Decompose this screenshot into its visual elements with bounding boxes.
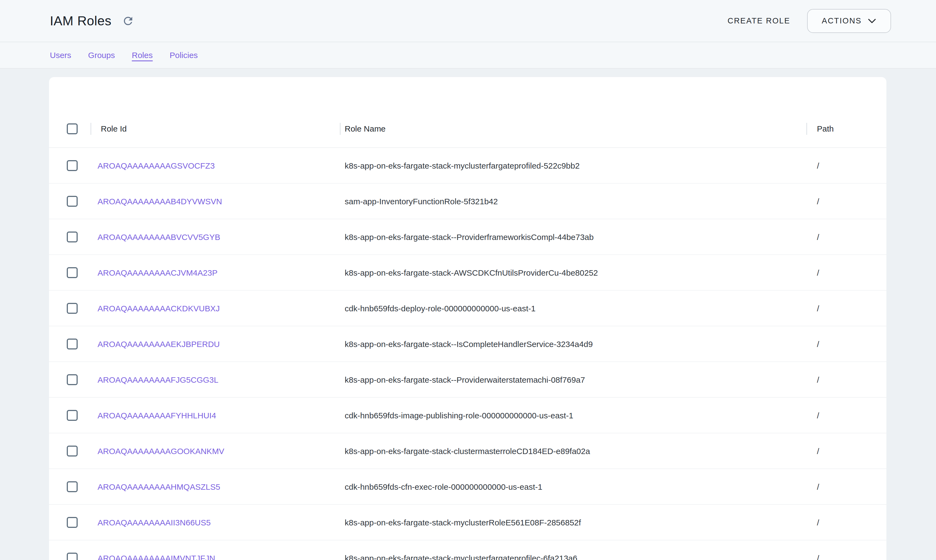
table-row: AROAQAAAAAAAABVCVV5GYBk8s-app-on-eks-far… bbox=[49, 219, 887, 255]
role-path-cell: / bbox=[817, 183, 819, 219]
table-row: AROAQAAAAAAAAGOOKANKMVk8s-app-on-eks-far… bbox=[49, 433, 887, 469]
role-path-cell: / bbox=[817, 505, 819, 540]
table-body: AROAQAAAAAAAAGSVOCFZ3k8s-app-on-eks-farg… bbox=[49, 148, 887, 560]
row-checkbox[interactable] bbox=[67, 267, 78, 278]
role-id-link[interactable]: AROAQAAAAAAAAFYHHLHUI4 bbox=[97, 398, 216, 433]
header-actions: CREATE ROLE ACTIONS bbox=[728, 9, 891, 33]
role-id-link[interactable]: AROAQAAAAAAAAIMVNTJFJN bbox=[97, 540, 215, 560]
role-name-cell: k8s-app-on-eks-fargate-stack-myclusterfa… bbox=[345, 540, 577, 560]
table-row: AROAQAAAAAAAAHMQASZLS5cdk-hnb659fds-cfn-… bbox=[49, 469, 887, 505]
iam-section-tabs: Users Groups Roles Policies bbox=[0, 42, 936, 69]
row-checkbox[interactable] bbox=[67, 338, 78, 349]
row-checkbox[interactable] bbox=[67, 410, 78, 421]
column-header-path[interactable]: Path bbox=[817, 123, 834, 134]
role-path-cell: / bbox=[817, 255, 819, 291]
role-path-cell: / bbox=[817, 362, 819, 398]
role-path-cell: / bbox=[817, 326, 819, 362]
table-row: AROAQAAAAAAAAII3N66US5k8s-app-on-eks-far… bbox=[49, 505, 887, 540]
select-all-checkbox[interactable] bbox=[67, 123, 78, 134]
tab-policies[interactable]: Policies bbox=[169, 51, 197, 60]
column-separator bbox=[91, 123, 91, 135]
tab-users[interactable]: Users bbox=[50, 51, 71, 60]
table-row: AROAQAAAAAAAACJVM4A23Pk8s-app-on-eks-far… bbox=[49, 255, 887, 291]
role-path-cell: / bbox=[817, 540, 819, 560]
role-path-cell: / bbox=[817, 469, 819, 505]
row-checkbox[interactable] bbox=[67, 196, 78, 207]
table-row: AROAQAAAAAAAAFYHHLHUI4cdk-hnb659fds-imag… bbox=[49, 398, 887, 433]
table-row: AROAQAAAAAAAAGSVOCFZ3k8s-app-on-eks-farg… bbox=[49, 148, 887, 183]
role-name-cell: k8s-app-on-eks-fargate-stack-myclusterRo… bbox=[345, 505, 581, 540]
role-path-cell: / bbox=[817, 291, 819, 326]
column-header-role-id[interactable]: Role Id bbox=[101, 123, 127, 134]
role-id-link[interactable]: AROAQAAAAAAAABVCVV5GYB bbox=[97, 219, 220, 255]
role-id-link[interactable]: AROAQAAAAAAAAGOOKANKMV bbox=[97, 433, 224, 469]
tab-groups[interactable]: Groups bbox=[88, 51, 115, 60]
row-checkbox[interactable] bbox=[67, 232, 78, 242]
role-name-cell: sam-app-InventoryFunctionRole-5f321b42 bbox=[345, 183, 498, 219]
role-id-link[interactable]: AROAQAAAAAAAAHMQASZLS5 bbox=[97, 469, 220, 505]
role-name-cell: k8s-app-on-eks-fargate-stack--Providerfr… bbox=[345, 219, 594, 255]
table-row: AROAQAAAAAAAAB4DYVWSVNsam-app-InventoryF… bbox=[49, 183, 887, 219]
role-name-cell: k8s-app-on-eks-fargate-stack-AWSCDKCfnUt… bbox=[345, 255, 598, 291]
tab-roles[interactable]: Roles bbox=[132, 51, 153, 60]
role-id-link[interactable]: AROAQAAAAAAAACKDKVUBXJ bbox=[97, 291, 220, 326]
table-row: AROAQAAAAAAAAFJG5CGG3Lk8s-app-on-eks-far… bbox=[49, 362, 887, 398]
table-row: AROAQAAAAAAAAEKJBPERDUk8s-app-on-eks-far… bbox=[49, 326, 887, 362]
row-checkbox[interactable] bbox=[67, 160, 78, 171]
column-separator bbox=[340, 123, 340, 135]
role-id-link[interactable]: AROAQAAAAAAAACJVM4A23P bbox=[97, 255, 217, 291]
role-id-link[interactable]: AROAQAAAAAAAAEKJBPERDU bbox=[97, 326, 220, 362]
role-name-cell: cdk-hnb659fds-cfn-exec-role-000000000000… bbox=[345, 469, 542, 505]
role-name-cell: k8s-app-on-eks-fargate-stack-clustermast… bbox=[345, 433, 590, 469]
page-title: IAM Roles bbox=[50, 13, 111, 28]
role-path-cell: / bbox=[817, 433, 819, 469]
actions-button-label: ACTIONS bbox=[822, 16, 862, 25]
role-id-link[interactable]: AROAQAAAAAAAAII3N66US5 bbox=[97, 505, 211, 540]
refresh-icon[interactable] bbox=[122, 15, 134, 27]
role-id-link[interactable]: AROAQAAAAAAAAFJG5CGG3L bbox=[97, 362, 218, 398]
table-row: AROAQAAAAAAAAIMVNTJFJNk8s-app-on-eks-far… bbox=[49, 540, 887, 560]
table-row: AROAQAAAAAAAACKDKVUBXJcdk-hnb659fds-depl… bbox=[49, 291, 887, 326]
role-id-link[interactable]: AROAQAAAAAAAAB4DYVWSVN bbox=[97, 183, 222, 219]
column-separator bbox=[806, 123, 807, 135]
row-checkbox[interactable] bbox=[67, 374, 78, 385]
role-path-cell: / bbox=[817, 398, 819, 433]
create-role-button[interactable]: CREATE ROLE bbox=[728, 16, 790, 25]
roles-table-card: Role Id Role Name Path AROAQAAAAAAAAGSVO… bbox=[49, 77, 887, 560]
row-checkbox[interactable] bbox=[67, 446, 78, 457]
row-checkbox[interactable] bbox=[67, 303, 78, 314]
role-id-link[interactable]: AROAQAAAAAAAAGSVOCFZ3 bbox=[97, 148, 215, 183]
role-name-cell: cdk-hnb659fds-deploy-role-000000000000-u… bbox=[345, 291, 536, 326]
actions-button[interactable]: ACTIONS bbox=[807, 9, 891, 33]
row-checkbox[interactable] bbox=[67, 517, 78, 528]
row-checkbox[interactable] bbox=[67, 553, 78, 560]
chevron-down-icon bbox=[868, 18, 876, 24]
role-name-cell: k8s-app-on-eks-fargate-stack--Providerwa… bbox=[345, 362, 585, 398]
iam-roles-page: IAM Roles CREATE ROLE ACTIONS Users Grou… bbox=[0, 0, 936, 560]
table-header-row: Role Id Role Name Path bbox=[49, 77, 887, 148]
row-checkbox[interactable] bbox=[67, 481, 78, 492]
role-name-cell: k8s-app-on-eks-fargate-stack--IsComplete… bbox=[345, 326, 593, 362]
role-name-cell: k8s-app-on-eks-fargate-stack-myclusterfa… bbox=[345, 148, 580, 183]
content-area: Role Id Role Name Path AROAQAAAAAAAAGSVO… bbox=[0, 69, 936, 560]
title-group: IAM Roles bbox=[50, 13, 134, 28]
role-path-cell: / bbox=[817, 219, 819, 255]
column-header-role-name[interactable]: Role Name bbox=[345, 123, 386, 134]
role-path-cell: / bbox=[817, 148, 819, 183]
page-header: IAM Roles CREATE ROLE ACTIONS bbox=[0, 0, 936, 42]
role-name-cell: cdk-hnb659fds-image-publishing-role-0000… bbox=[345, 398, 573, 433]
